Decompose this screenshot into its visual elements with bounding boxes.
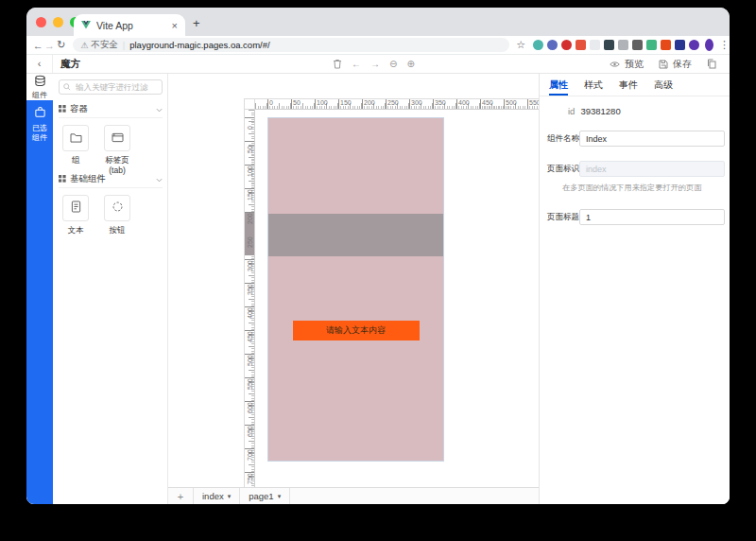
collapse-panel-button[interactable]: ‹ <box>26 55 53 73</box>
redo-icon[interactable]: → <box>370 60 380 69</box>
app-body: 组件 已选组件 容器 <box>26 74 730 504</box>
reload-icon[interactable]: ↻ <box>56 39 67 51</box>
search-input[interactable] <box>74 81 158 93</box>
field-component-name: 组件名称 <box>547 131 725 147</box>
folder-icon <box>70 130 82 147</box>
component-item-label: 标签页 <box>105 155 129 166</box>
tab-events[interactable]: 事件 <box>619 74 638 96</box>
rail-item-components[interactable]: 组件 <box>26 74 53 98</box>
url-text: playground-magic.pages.oa.com/#/ <box>129 40 269 50</box>
component-search[interactable] <box>59 79 163 95</box>
extension-icon[interactable] <box>576 40 586 50</box>
security-label: 不安全 <box>91 39 118 51</box>
tab-title: Vite App <box>96 20 172 31</box>
ruler-tick-label: 450 <box>482 99 493 106</box>
chevron-down-icon[interactable] <box>156 104 163 114</box>
extension-icon[interactable] <box>675 40 685 50</box>
left-rail: 组件 已选组件 <box>26 74 53 504</box>
database-icon <box>34 74 46 91</box>
chevron-down-icon[interactable] <box>156 174 163 184</box>
zoom-out-icon[interactable]: ⊖ <box>389 60 397 69</box>
traffic-light[interactable] <box>53 17 63 27</box>
design-canvas[interactable]: 050100150200250300350400450500550 050100… <box>168 74 539 504</box>
zoom-in-icon[interactable]: ⊕ <box>406 60 414 69</box>
extension-icon[interactable] <box>561 40 572 50</box>
ruler-tick-label: 400 <box>458 99 470 106</box>
page-title-input[interactable] <box>579 209 725 225</box>
extension-icon[interactable] <box>547 40 558 50</box>
page-key-input <box>579 161 725 177</box>
section-header-basic[interactable]: 基础组件 <box>59 170 163 188</box>
delete-icon[interactable] <box>333 56 342 73</box>
extension-icon[interactable] <box>646 40 657 50</box>
component-name-input[interactable] <box>579 131 725 147</box>
component-item-text[interactable]: 文本 <box>59 195 93 236</box>
caret-down-icon: ▾ <box>278 493 282 500</box>
tab-advanced[interactable]: 高级 <box>654 74 673 96</box>
extension-icons[interactable] <box>533 40 699 50</box>
tab-close-icon[interactable]: × <box>172 20 178 31</box>
artboard[interactable]: 请输入文本内容 <box>267 117 444 462</box>
ruler-tick-label: 200 <box>364 99 375 106</box>
extension-icon[interactable] <box>661 40 671 50</box>
canvas-button-component[interactable]: 请输入文本内容 <box>293 321 420 340</box>
field-label: 页面标题 <box>547 212 579 223</box>
back-icon[interactable]: ← <box>32 40 43 51</box>
tab-properties[interactable]: 属性 <box>549 74 568 96</box>
section-header-containers[interactable]: 容器 <box>59 100 163 118</box>
rail-item-label: 已选组件 <box>31 124 48 143</box>
new-tab-button[interactable]: + <box>193 16 200 30</box>
extension-icon[interactable] <box>618 40 628 50</box>
ruler-tick-label: 500 <box>247 355 253 366</box>
v-ruler: 0501001502002503003504004505005506006507… <box>244 110 255 504</box>
component-item-group[interactable]: 组 <box>59 125 93 176</box>
ruler-tick-label: 750 <box>247 473 253 484</box>
rail-selected-region: 已选组件 <box>26 100 53 504</box>
h-ruler: 050100150200250300350400450500550 <box>255 98 539 110</box>
component-id-row: id39381280 <box>568 106 621 116</box>
extension-icon[interactable] <box>632 40 643 50</box>
ruler-tick-label: 550 <box>529 99 539 106</box>
text-icon <box>71 200 81 217</box>
button-icon <box>112 200 124 217</box>
traffic-light[interactable] <box>36 17 46 27</box>
add-page-button[interactable]: + <box>168 488 194 504</box>
extension-icon[interactable] <box>590 40 600 50</box>
browser-tab[interactable]: Vite App × <box>74 14 185 36</box>
page-tab-page1[interactable]: page1 ▾ <box>240 488 290 504</box>
page-tab-index[interactable]: index ▾ <box>194 488 240 504</box>
forward-icon[interactable]: → <box>43 40 55 51</box>
browser-menu-icon[interactable]: ⋮ <box>719 39 730 51</box>
component-item-button[interactable]: 按钮 <box>100 195 134 236</box>
selected-component-band[interactable]: 请输入文本内容 <box>268 214 443 256</box>
copy-icon[interactable] <box>707 59 716 69</box>
ruler-tick-label: 700 <box>247 449 253 461</box>
extension-icon[interactable] <box>604 40 614 50</box>
ruler-corner <box>244 98 255 110</box>
grid-icon <box>59 174 66 184</box>
undo-icon[interactable]: ← <box>352 60 361 69</box>
extension-icon[interactable] <box>533 40 543 50</box>
ruler-tick-label: 450 <box>247 331 253 342</box>
ruler-tick-label: 350 <box>247 284 253 295</box>
address-bar[interactable]: ⚠ 不安全 | playground-magic.pages.oa.com/#/ <box>73 38 509 52</box>
extension-icon[interactable] <box>689 40 699 50</box>
tab-style[interactable]: 样式 <box>584 74 603 96</box>
preview-button[interactable]: 预览 <box>625 58 644 71</box>
ruler-tick-label: 400 <box>247 307 253 319</box>
component-item-label: 按钮 <box>110 225 126 236</box>
pages-bar: + index ▾ page1 ▾ <box>168 487 539 504</box>
profile-avatar[interactable] <box>705 39 713 51</box>
field-page-title: 页面标题 <box>547 209 725 225</box>
ruler-tick-label: 50 <box>247 146 253 153</box>
ruler-tick-label: 50 <box>293 99 301 106</box>
app-title: 魔方 <box>60 58 80 71</box>
app-header: ‹ 魔方 ← → ⊖ ⊕ 预览 保存 <box>26 55 730 74</box>
component-item-tab[interactable]: 标签页 (tab) <box>100 125 134 176</box>
bookmark-star-icon[interactable]: ☆ <box>516 39 525 51</box>
rail-item-label: 组件 <box>32 92 47 99</box>
basic-items: 文本 按钮 <box>59 195 134 236</box>
browser-titlebar: Vite App × + <box>26 8 730 36</box>
rail-item-selected-components[interactable]: 已选组件 <box>26 100 53 143</box>
save-button[interactable]: 保存 <box>673 58 692 71</box>
